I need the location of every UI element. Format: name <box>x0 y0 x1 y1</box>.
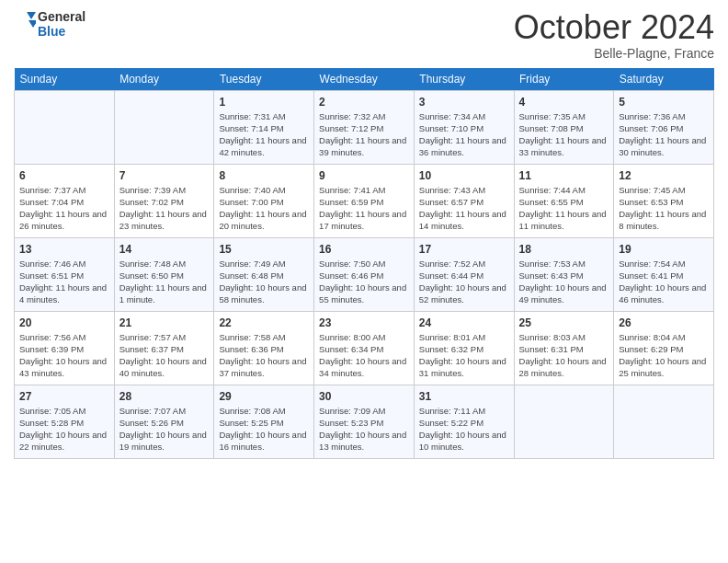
day-info: Sunrise: 7:46 AMSunset: 6:51 PMDaylight:… <box>19 259 109 305</box>
day-number: 18 <box>519 242 609 258</box>
day-info: Sunrise: 7:31 AMSunset: 7:14 PMDaylight:… <box>219 111 309 158</box>
calendar-cell: 17Sunrise: 7:52 AMSunset: 6:44 PMDayligh… <box>414 237 514 311</box>
day-number: 9 <box>319 168 409 184</box>
day-number: 13 <box>19 242 109 258</box>
svg-marker-0 <box>27 12 36 19</box>
day-info: Sunrise: 7:48 AMSunset: 6:50 PMDaylight:… <box>119 259 210 305</box>
day-number: 23 <box>319 316 409 331</box>
calendar-cell: 18Sunrise: 7:53 AMSunset: 6:43 PMDayligh… <box>514 237 614 311</box>
calendar-week-3: 13Sunrise: 7:46 AMSunset: 6:51 PMDayligh… <box>15 237 714 311</box>
day-number: 4 <box>519 95 609 110</box>
logo-blue: Blue <box>38 24 85 39</box>
day-number: 17 <box>419 242 509 258</box>
logo: General Blue <box>14 9 85 39</box>
calendar-cell: 22Sunrise: 7:58 AMSunset: 6:36 PMDayligh… <box>214 311 314 385</box>
day-number: 16 <box>319 242 409 258</box>
day-number: 14 <box>119 242 210 258</box>
header-cell-saturday: Saturday <box>614 68 714 91</box>
day-number: 28 <box>119 389 210 405</box>
day-number: 15 <box>219 242 309 258</box>
day-info: Sunrise: 7:56 AMSunset: 6:39 PMDaylight:… <box>19 332 109 379</box>
month-title: October 2024 <box>514 9 714 46</box>
calendar-week-2: 6Sunrise: 7:37 AMSunset: 7:04 PMDaylight… <box>15 164 714 237</box>
calendar-cell: 10Sunrise: 7:43 AMSunset: 6:57 PMDayligh… <box>414 164 514 237</box>
svg-marker-1 <box>28 20 36 28</box>
day-info: Sunrise: 8:03 AMSunset: 6:31 PMDaylight:… <box>519 332 609 379</box>
day-number: 2 <box>319 95 409 110</box>
header-cell-tuesday: Tuesday <box>214 68 314 91</box>
calendar-cell: 16Sunrise: 7:50 AMSunset: 6:46 PMDayligh… <box>314 237 415 311</box>
calendar-cell: 21Sunrise: 7:57 AMSunset: 6:37 PMDayligh… <box>114 311 214 385</box>
day-info: Sunrise: 7:45 AMSunset: 6:53 PMDaylight:… <box>619 185 709 232</box>
logo-icon <box>14 10 36 38</box>
calendar-week-5: 27Sunrise: 7:05 AMSunset: 5:28 PMDayligh… <box>15 385 714 458</box>
calendar-cell: 14Sunrise: 7:48 AMSunset: 6:50 PMDayligh… <box>114 237 214 311</box>
calendar-cell <box>114 90 214 164</box>
calendar-cell: 25Sunrise: 8:03 AMSunset: 6:31 PMDayligh… <box>514 311 614 385</box>
day-info: Sunrise: 8:00 AMSunset: 6:34 PMDaylight:… <box>319 332 409 379</box>
day-info: Sunrise: 7:40 AMSunset: 7:00 PMDaylight:… <box>219 185 309 232</box>
day-number: 22 <box>219 316 309 331</box>
day-info: Sunrise: 7:08 AMSunset: 5:25 PMDaylight:… <box>219 406 309 453</box>
day-info: Sunrise: 7:53 AMSunset: 6:43 PMDaylight:… <box>519 259 609 305</box>
day-info: Sunrise: 7:09 AMSunset: 5:23 PMDaylight:… <box>319 406 409 453</box>
calendar-cell: 2Sunrise: 7:32 AMSunset: 7:12 PMDaylight… <box>314 90 415 164</box>
day-info: Sunrise: 7:49 AMSunset: 6:48 PMDaylight:… <box>219 259 309 305</box>
day-info: Sunrise: 7:11 AMSunset: 5:22 PMDaylight:… <box>419 406 509 453</box>
calendar-cell: 5Sunrise: 7:36 AMSunset: 7:06 PMDaylight… <box>614 90 714 164</box>
calendar-cell: 3Sunrise: 7:34 AMSunset: 7:10 PMDaylight… <box>414 90 514 164</box>
calendar-cell: 8Sunrise: 7:40 AMSunset: 7:00 PMDaylight… <box>214 164 314 237</box>
header-cell-sunday: Sunday <box>15 68 115 91</box>
day-info: Sunrise: 8:04 AMSunset: 6:29 PMDaylight:… <box>619 332 709 379</box>
day-number: 21 <box>119 316 210 331</box>
header-cell-thursday: Thursday <box>414 68 514 91</box>
header-cell-wednesday: Wednesday <box>314 68 415 91</box>
day-number: 25 <box>519 316 609 331</box>
calendar-week-4: 20Sunrise: 7:56 AMSunset: 6:39 PMDayligh… <box>15 311 714 385</box>
day-number: 3 <box>419 95 509 110</box>
day-number: 29 <box>219 389 309 405</box>
calendar-cell: 23Sunrise: 8:00 AMSunset: 6:34 PMDayligh… <box>314 311 415 385</box>
calendar-week-1: 1Sunrise: 7:31 AMSunset: 7:14 PMDaylight… <box>15 90 714 164</box>
day-number: 1 <box>219 95 309 110</box>
day-number: 8 <box>219 168 309 184</box>
day-info: Sunrise: 7:58 AMSunset: 6:36 PMDaylight:… <box>219 332 309 379</box>
location: Belle-Plagne, France <box>514 46 714 61</box>
day-info: Sunrise: 7:34 AMSunset: 7:10 PMDaylight:… <box>419 111 509 158</box>
logo-general: General <box>38 9 85 24</box>
day-info: Sunrise: 7:36 AMSunset: 7:06 PMDaylight:… <box>619 111 709 158</box>
calendar-cell: 31Sunrise: 7:11 AMSunset: 5:22 PMDayligh… <box>414 385 514 458</box>
calendar-cell: 24Sunrise: 8:01 AMSunset: 6:32 PMDayligh… <box>414 311 514 385</box>
day-number: 30 <box>319 389 409 405</box>
day-number: 7 <box>119 168 210 184</box>
calendar-cell <box>514 385 614 458</box>
calendar-cell: 12Sunrise: 7:45 AMSunset: 6:53 PMDayligh… <box>614 164 714 237</box>
day-number: 12 <box>619 168 709 184</box>
day-info: Sunrise: 7:50 AMSunset: 6:46 PMDaylight:… <box>319 259 409 305</box>
calendar-cell: 26Sunrise: 8:04 AMSunset: 6:29 PMDayligh… <box>614 311 714 385</box>
day-number: 10 <box>419 168 509 184</box>
calendar-table: SundayMondayTuesdayWednesdayThursdayFrid… <box>14 68 714 459</box>
calendar-cell: 13Sunrise: 7:46 AMSunset: 6:51 PMDayligh… <box>15 237 115 311</box>
day-number: 26 <box>619 316 709 331</box>
calendar-cell: 20Sunrise: 7:56 AMSunset: 6:39 PMDayligh… <box>15 311 115 385</box>
calendar-cell: 9Sunrise: 7:41 AMSunset: 6:59 PMDaylight… <box>314 164 415 237</box>
header-cell-monday: Monday <box>114 68 214 91</box>
logo-text-block: General Blue <box>14 9 85 39</box>
day-info: Sunrise: 7:39 AMSunset: 7:02 PMDaylight:… <box>119 185 210 232</box>
calendar-cell: 7Sunrise: 7:39 AMSunset: 7:02 PMDaylight… <box>114 164 214 237</box>
day-number: 20 <box>19 316 109 331</box>
calendar-cell: 4Sunrise: 7:35 AMSunset: 7:08 PMDaylight… <box>514 90 614 164</box>
day-info: Sunrise: 7:37 AMSunset: 7:04 PMDaylight:… <box>19 185 109 232</box>
calendar-cell: 6Sunrise: 7:37 AMSunset: 7:04 PMDaylight… <box>15 164 115 237</box>
day-number: 11 <box>519 168 609 184</box>
day-number: 31 <box>419 389 509 405</box>
calendar-header-row: SundayMondayTuesdayWednesdayThursdayFrid… <box>15 68 714 91</box>
day-info: Sunrise: 7:54 AMSunset: 6:41 PMDaylight:… <box>619 259 709 305</box>
day-number: 6 <box>19 168 109 184</box>
day-info: Sunrise: 7:07 AMSunset: 5:26 PMDaylight:… <box>119 406 210 453</box>
calendar-body: 1Sunrise: 7:31 AMSunset: 7:14 PMDaylight… <box>15 90 714 458</box>
calendar-cell: 19Sunrise: 7:54 AMSunset: 6:41 PMDayligh… <box>614 237 714 311</box>
day-info: Sunrise: 7:43 AMSunset: 6:57 PMDaylight:… <box>419 185 509 232</box>
calendar-cell: 28Sunrise: 7:07 AMSunset: 5:26 PMDayligh… <box>114 385 214 458</box>
